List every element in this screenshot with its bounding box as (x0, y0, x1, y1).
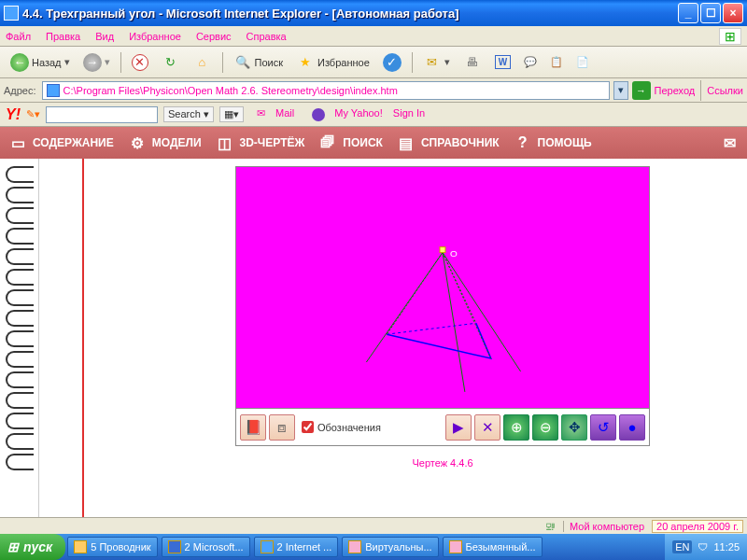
address-bar: Адрес: C:\Program Files\Physicon\Open Ma… (0, 78, 747, 103)
figure-frame: O 📕 ⧈ Обозначения ▶ ✕ ⊕ ⊖ ✥ ↺ ● (235, 166, 650, 446)
ie-throbber-icon (719, 28, 741, 45)
yahoo-toolbar: Y! ✎▾ Search ▾ ▦▾ ✉ Mail My Yahoo! Sign … (0, 103, 747, 127)
binder-rings (0, 159, 39, 517)
tray-clock[interactable]: 11:25 (713, 541, 740, 553)
tool-pan-icon[interactable]: ✥ (561, 414, 587, 441)
zone-icon: 🖳 (545, 521, 556, 532)
address-input[interactable]: C:\Program Files\Physicon\Open Math 2.6.… (42, 81, 610, 100)
svg-line-1 (443, 253, 465, 392)
yahoo-search-button[interactable]: Search ▾ (163, 106, 214, 122)
go-label[interactable]: Переход (655, 85, 696, 96)
pencil-icon[interactable]: ✎▾ (26, 108, 40, 120)
start-button[interactable]: ⊞пуск (0, 534, 65, 560)
gear-icon: ⚙ (127, 133, 148, 153)
refresh-button[interactable]: ↻ (157, 50, 185, 75)
forward-button[interactable]: →▾ (78, 50, 115, 75)
start-icon: ⊞ (7, 539, 19, 554)
status-zone: Мой компьютер (563, 521, 644, 532)
status-bar: 🖳 Мой компьютер 20 апреля 2009 г. (0, 517, 747, 534)
mail-button[interactable]: ✉▾ (418, 50, 455, 75)
svg-text:O: O (450, 248, 458, 259)
envelope-icon[interactable]: ✉ (719, 133, 740, 153)
status-date: 20 апреля 2009 г. (652, 520, 743, 533)
window-titlebar: 4.4. Трехгранный угол - Microsoft Intern… (0, 0, 747, 26)
system-tray[interactable]: EN 🛡 11:25 (665, 534, 747, 560)
yahoo-mail-link[interactable]: ✉ Mail (257, 107, 294, 119)
tool-wireframe-icon[interactable]: ⧈ (269, 414, 295, 441)
discuss-button[interactable]: 💬 (519, 50, 542, 75)
figure-toolbar: 📕 ⧈ Обозначения ▶ ✕ ⊕ ⊖ ✥ ↺ ● (236, 408, 649, 445)
svg-line-6 (443, 253, 476, 324)
yahoo-logo-icon[interactable]: Y! (6, 106, 21, 123)
media-button[interactable]: ✓ (378, 50, 406, 75)
favorites-button[interactable]: ★Избранное (291, 50, 374, 75)
menu-favorites[interactable]: Избранное (129, 31, 181, 42)
question-icon: ? (513, 133, 533, 153)
yahoo-my-link[interactable]: My Yahoo! (304, 107, 383, 119)
yahoo-signin-link[interactable]: Sign In (393, 107, 425, 119)
nav-models[interactable]: ⚙МОДЕЛИ (127, 133, 202, 153)
page-pane: O 📕 ⧈ Обозначения ▶ ✕ ⊕ ⊖ ✥ ↺ ● Чертеж 4… (39, 159, 747, 517)
tool-book-icon[interactable]: 📕 (240, 414, 266, 441)
tool-fit-icon[interactable]: ✕ (474, 414, 500, 441)
maximize-button[interactable]: ☐ (700, 3, 721, 23)
links-button[interactable]: Ссылки (707, 85, 743, 96)
svg-line-3 (387, 323, 476, 334)
folder-icon (74, 540, 87, 553)
minimize-button[interactable]: _ (678, 3, 698, 23)
menu-edit[interactable]: Правка (46, 31, 80, 42)
nav-contents[interactable]: ▭СОДЕРЖАНИЕ (7, 133, 114, 153)
task-ie[interactable]: 2 Internet ... (254, 537, 339, 557)
tray-shield-icon[interactable]: 🛡 (698, 541, 708, 553)
nav-3d-drawing[interactable]: ◫3D-ЧЕРТЁЖ (215, 133, 305, 153)
app-icon (348, 540, 361, 553)
nav-help[interactable]: ?ПОМОЩЬ (513, 133, 592, 153)
print-button[interactable]: 🖶 (458, 50, 486, 75)
navigation-toolbar: ←Назад▾ →▾ ✕ ↻ ⌂ 🔍Поиск ★Избранное ✓ ✉▾ … (0, 47, 747, 78)
stop-button[interactable]: ✕ (127, 50, 153, 75)
menu-file[interactable]: Файл (6, 31, 31, 42)
tool-zoomin-icon[interactable]: ⊕ (503, 414, 529, 441)
address-dropdown[interactable]: ▾ (613, 81, 628, 100)
clipboard-button[interactable]: 📄 (571, 50, 594, 75)
app-nav-bar: ▭СОДЕРЖАНИЕ ⚙МОДЕЛИ ◫3D-ЧЕРТЁЖ 🗊ПОИСК ▤С… (0, 127, 747, 159)
content-area: O 📕 ⧈ Обозначения ▶ ✕ ⊕ ⊖ ✥ ↺ ● Чертеж 4… (0, 159, 747, 517)
notes-icon: 🗊 (317, 133, 338, 153)
address-label: Адрес: (4, 85, 36, 96)
tool-point-icon[interactable]: ● (619, 414, 645, 441)
paint-icon (449, 540, 462, 553)
back-button[interactable]: ←Назад▾ (6, 50, 75, 75)
labels-checkbox[interactable]: Обозначения (302, 421, 381, 433)
close-button[interactable]: × (723, 3, 743, 23)
figure-caption: Чертеж 4.4.6 (235, 457, 650, 469)
svg-rect-7 (440, 247, 445, 253)
yahoo-apps-button[interactable]: ▦▾ (219, 106, 244, 122)
menu-service[interactable]: Сервис (196, 31, 232, 42)
task-explorer[interactable]: 5 Проводник (67, 537, 157, 557)
yahoo-search-input[interactable] (46, 106, 158, 123)
menu-help[interactable]: Справка (247, 31, 287, 42)
tool-zoomout-icon[interactable]: ⊖ (532, 414, 558, 441)
tool-play-icon[interactable]: ▶ (445, 414, 472, 441)
3d-canvas[interactable]: O (236, 167, 649, 408)
taskbar: ⊞пуск 5 Проводник 2 Microsoft... 2 Inter… (0, 534, 747, 560)
home-button[interactable]: ⌂ (189, 50, 217, 75)
tool-rotate-icon[interactable]: ↺ (590, 414, 616, 441)
search-button[interactable]: 🔍Поиск (229, 50, 288, 75)
go-button[interactable]: → (632, 81, 651, 100)
cube-icon: ◫ (215, 133, 235, 153)
task-paint[interactable]: Безымянный... (443, 537, 543, 557)
window-title: 4.4. Трехгранный угол - Microsoft Intern… (22, 7, 676, 21)
page-icon (47, 84, 60, 97)
word-icon (168, 540, 181, 553)
word-button[interactable]: W (490, 50, 515, 75)
book-icon: ▭ (7, 133, 28, 153)
research-button[interactable]: 📋 (545, 50, 568, 75)
language-indicator[interactable]: EN (672, 540, 692, 553)
task-word[interactable]: 2 Microsoft... (162, 537, 250, 557)
nav-reference[interactable]: ▤СПРАВОЧНИК (396, 133, 500, 153)
menu-view[interactable]: Вид (95, 31, 114, 42)
nav-search[interactable]: 🗊ПОИСК (317, 133, 383, 153)
task-virtual[interactable]: Виртуальны... (342, 537, 438, 557)
svg-line-2 (443, 253, 521, 371)
